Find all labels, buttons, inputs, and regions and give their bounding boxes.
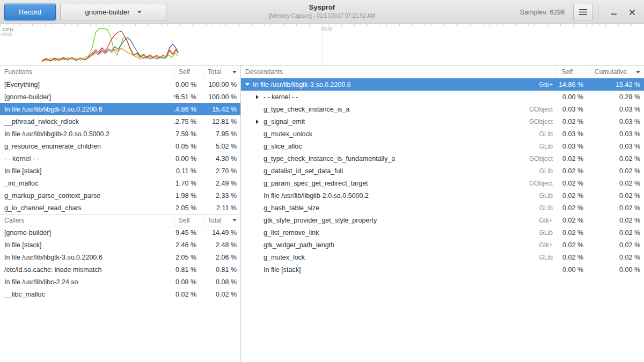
library-tag: GObject [524,155,557,162]
menu-button[interactable] [573,4,593,20]
table-row[interactable]: [gnome-builder]26.51 %100.00 % [0,91,240,103]
chevron-down-icon [137,11,142,13]
table-row[interactable]: [gnome-builder]9.45 %14.49 % [0,226,240,239]
table-row[interactable]: g_param_spec_get_redirect_targetGObject0… [241,177,644,189]
self-percent-cell: 0.02 % [557,202,590,214]
cpu-graph[interactable]: CPU 00:00 00:30 [0,24,644,66]
table-row[interactable]: In file /usr/lib/libglib-2.0.so.0.5000.2… [241,189,644,202]
total-percent-cell: 7.95 % [203,128,240,140]
total-percent-cell: 12.81 % [203,115,240,128]
callers-table-header: Callers Self Total [0,214,240,226]
table-row[interactable]: In file [stack]0.00 %0.00 % [241,263,644,276]
table-row[interactable]: __libc_malloc0.02 %0.02 % [0,288,240,300]
close-icon [629,9,635,16]
window-title: Sysprof [269,3,375,11]
function-name-cell: g_list_remove_linkGLib [241,226,557,239]
function-name-cell: In file /usr/lib/libgtk-3.so.0.2200.6Gtk… [241,78,557,91]
self-percent-cell: 2.05 % [174,202,203,214]
close-button[interactable] [625,5,640,20]
column-header-self[interactable]: Self [557,66,590,78]
column-header-total[interactable]: Total [203,215,240,226]
self-percent-cell: 1.98 % [174,189,203,202]
column-header-self[interactable]: Self [174,215,203,226]
function-name-cell: In file /usr/lib/libgtk-3.so.0.2200.6 [0,251,174,263]
header-right-controls: Samples: 6299 [520,4,640,20]
function-name-cell: [gnome-builder] [0,226,174,239]
table-row[interactable]: g_resource_enumerate_children0.05 %5.02 … [0,140,240,152]
cumulative-percent-cell: 0.03 % [590,140,644,152]
library-tag: GLib [534,204,557,212]
record-button[interactable]: Record [4,4,56,20]
column-header-cumulative[interactable]: Cumulative [590,66,644,78]
table-row[interactable]: In file /usr/lib/libc-2.24.so0.08 %0.08 … [0,276,240,288]
function-name: g_datalist_id_set_data_full [264,167,343,175]
self-percent-cell: 0.00 % [174,78,203,91]
process-selector[interactable]: gnome-builder [60,4,166,20]
minimize-button[interactable] [606,5,621,20]
table-row[interactable]: g_datalist_id_set_data_fullGLib0.02 %0.0… [241,165,644,177]
library-tag: Gtk+ [533,241,557,249]
table-row[interactable]: In file /usr/lib/libgtk-3.so.0.2200.614.… [0,103,240,115]
table-row[interactable]: g_type_check_instance_is_aGObject0.03 %0… [241,103,644,115]
table-row[interactable]: In file /usr/lib/libgtk-3.so.0.2200.62.0… [0,251,240,263]
table-row[interactable]: In file /usr/lib/libglib-2.0.so.0.5000.2… [0,128,240,140]
function-name: g_hash_table_size [264,204,319,212]
function-name-cell: g_type_check_instance_is_aGObject [241,103,557,115]
hamburger-menu-icon [579,9,587,16]
table-row[interactable]: In file [stack]0.11 %2.70 % [0,165,240,177]
table-row[interactable]: In file [stack]2.46 %2.48 % [0,239,240,251]
total-percent-cell: 0.81 % [203,263,240,276]
column-header-descendants[interactable]: Descendants [241,66,557,78]
column-header-total-label: Total [208,217,221,224]
table-row[interactable]: g_mutex_unlockGLib0.03 %0.03 % [241,128,644,140]
total-percent-cell: 2.33 % [203,189,240,202]
self-percent-cell: 2.05 % [174,251,203,263]
expander-closed-icon[interactable] [256,95,264,99]
sort-indicator-icon [232,219,237,221]
column-header-callers[interactable]: Callers [0,215,174,226]
library-tag: GLib [534,229,557,237]
library-tag: GLib [534,254,557,261]
table-row[interactable]: In file /usr/lib/libgtk-3.so.0.2200.6Gtk… [241,78,644,91]
table-row[interactable]: g_type_check_instance_is_fundamentally_a… [241,152,644,165]
table-row[interactable]: _int_malloc1.70 %2.49 % [0,177,240,189]
cumulative-percent-cell: 0.02 % [590,226,644,239]
table-row[interactable]: - - kernel - -0.00 %4.30 % [0,152,240,165]
table-row[interactable]: /etc/ld.so.cache: inode mismatch0.81 %0.… [0,263,240,276]
column-header-total[interactable]: Total [203,66,240,78]
self-percent-cell: 0.81 % [174,263,203,276]
self-percent-cell: 9.45 % [174,226,203,239]
sort-indicator-icon [232,71,237,73]
table-row[interactable]: __pthread_rwlock_rdlock12.75 %12.81 % [0,115,240,128]
table-row[interactable]: g_io_channel_read_chars2.05 %2.11 % [0,202,240,214]
function-name-cell: g_io_channel_read_chars [0,202,174,214]
table-row[interactable]: g_markup_parse_context_parse1.98 %2.33 % [0,189,240,202]
self-percent-cell: 0.02 % [557,152,590,165]
table-row[interactable]: g_slice_allocGLib0.03 %0.03 % [241,140,644,152]
table-row[interactable]: g_list_remove_linkGLib0.02 %0.02 % [241,226,644,239]
column-header-self[interactable]: Self [174,66,203,78]
cumulative-percent-cell: 0.02 % [590,251,644,263]
self-percent-cell: 0.02 % [557,239,590,251]
table-row[interactable]: g_hash_table_sizeGLib0.02 %0.02 % [241,202,644,214]
column-header-functions[interactable]: Functions [0,66,174,78]
table-row[interactable]: g_mutex_lockGLib0.02 %0.02 % [241,251,644,263]
function-name-cell: g_signal_emitGObject [241,115,557,128]
column-header-cumulative-label: Cumulative [595,68,627,76]
table-row[interactable]: g_signal_emitGObject0.02 %0.03 % [241,115,644,128]
left-pane: Functions Self Total [Everything]0.00 %1… [0,66,241,362]
table-row[interactable]: gtk_widget_path_lengthGtk+0.02 %0.02 % [241,239,644,251]
function-name-cell: __libc_malloc [0,288,174,300]
function-name: In file /usr/lib/libglib-2.0.so.0.5000.2 [264,192,369,200]
descendants-table-body: In file /usr/lib/libgtk-3.so.0.2200.6Gtk… [241,78,644,276]
expander-closed-icon[interactable] [256,120,264,124]
function-name: - - kernel - - [264,93,298,101]
library-tag: Gtk+ [533,217,557,224]
self-percent-cell: 0.02 % [174,288,203,300]
function-name-cell: [Everything] [0,78,174,91]
cumulative-percent-cell: 0.02 % [590,189,644,202]
table-row[interactable]: - - kernel - -0.00 %0.29 % [241,91,644,103]
table-row[interactable]: gtk_style_provider_get_style_propertyGtk… [241,214,644,226]
table-row[interactable]: [Everything]0.00 %100.00 % [0,78,240,91]
expander-open-icon[interactable] [245,83,253,86]
